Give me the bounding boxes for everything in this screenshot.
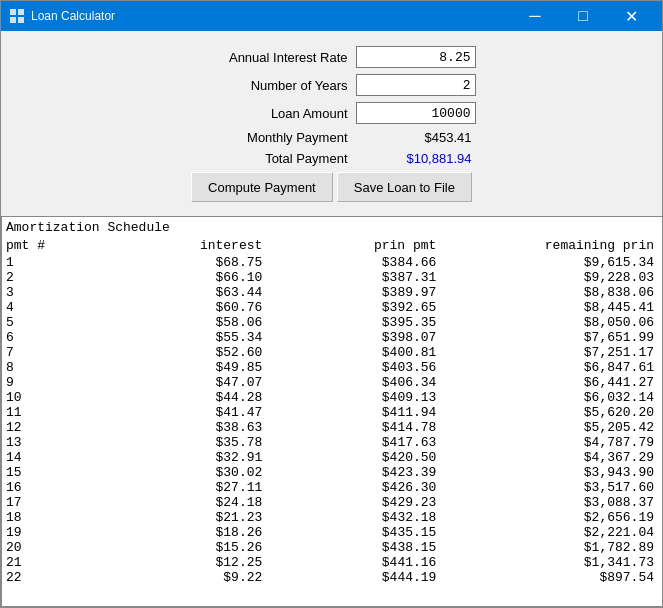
table-cell: $5,205.42 — [444, 420, 662, 435]
table-cell: $414.78 — [270, 420, 444, 435]
table-cell: $411.94 — [270, 405, 444, 420]
table-cell: $444.19 — [270, 570, 444, 585]
schedule-title: Amortization Schedule — [2, 217, 662, 236]
table-cell: $66.10 — [82, 270, 271, 285]
monthly-payment-label: Monthly Payment — [188, 130, 348, 145]
table-cell: 17 — [2, 495, 82, 510]
form-section: Annual Interest Rate Number of Years Loa… — [1, 31, 662, 216]
annual-interest-rate-input[interactable] — [356, 46, 476, 68]
amortization-table-container[interactable]: Amortization Schedule pmt # interest pri… — [1, 216, 662, 607]
table-cell: $3,517.60 — [444, 480, 662, 495]
table-cell: 13 — [2, 435, 82, 450]
table-cell: $58.06 — [82, 315, 271, 330]
table-cell: $41.47 — [82, 405, 271, 420]
table-cell: 19 — [2, 525, 82, 540]
loan-amount-label: Loan Amount — [188, 106, 348, 121]
header-prin-pmt: prin pmt — [270, 236, 444, 255]
table-cell: $435.15 — [270, 525, 444, 540]
table-cell: $9,615.34 — [444, 255, 662, 270]
table-cell: $429.23 — [270, 495, 444, 510]
table-header-row: pmt # interest prin pmt remaining prin — [2, 236, 662, 255]
table-cell: $38.63 — [82, 420, 271, 435]
content-area: Annual Interest Rate Number of Years Loa… — [1, 31, 662, 607]
table-cell: $12.25 — [82, 555, 271, 570]
table-cell: $2,656.19 — [444, 510, 662, 525]
table-cell: $3,943.90 — [444, 465, 662, 480]
table-cell: $395.35 — [270, 315, 444, 330]
loan-amount-row: Loan Amount — [21, 102, 642, 124]
table-cell: $47.07 — [82, 375, 271, 390]
table-cell: 14 — [2, 450, 82, 465]
table-cell: $9,228.03 — [444, 270, 662, 285]
table-row: 18$21.23$432.18$2,656.19 — [2, 510, 662, 525]
annual-interest-rate-label: Annual Interest Rate — [188, 50, 348, 65]
table-cell: $7,651.99 — [444, 330, 662, 345]
table-cell: $6,847.61 — [444, 360, 662, 375]
table-cell: $8,050.06 — [444, 315, 662, 330]
button-row: Compute Payment Save Loan to File — [21, 172, 642, 202]
table-cell: $409.13 — [270, 390, 444, 405]
table-cell: $392.65 — [270, 300, 444, 315]
table-row: 19$18.26$435.15$2,221.04 — [2, 525, 662, 540]
table-row: 10$44.28$409.13$6,032.14 — [2, 390, 662, 405]
table-row: 15$30.02$423.39$3,943.90 — [2, 465, 662, 480]
table-cell: $35.78 — [82, 435, 271, 450]
table-cell: $400.81 — [270, 345, 444, 360]
table-cell: $7,251.17 — [444, 345, 662, 360]
table-row: 9$47.07$406.34$6,441.27 — [2, 375, 662, 390]
header-pmt: pmt # — [2, 236, 82, 255]
svg-rect-0 — [10, 9, 16, 15]
table-cell: 4 — [2, 300, 82, 315]
table-row: 11$41.47$411.94$5,620.20 — [2, 405, 662, 420]
table-row: 20$15.26$438.15$1,782.89 — [2, 540, 662, 555]
number-of-years-input[interactable] — [356, 74, 476, 96]
save-loan-button[interactable]: Save Loan to File — [337, 172, 472, 202]
table-cell: $21.23 — [82, 510, 271, 525]
table-cell: $897.54 — [444, 570, 662, 585]
table-cell: $52.60 — [82, 345, 271, 360]
total-payment-value: $10,881.94 — [356, 151, 476, 166]
svg-rect-2 — [10, 17, 16, 23]
monthly-payment-row: Monthly Payment $453.41 — [21, 130, 642, 145]
annual-interest-rate-row: Annual Interest Rate — [21, 46, 642, 68]
window-controls: ─ □ ✕ — [512, 1, 654, 31]
table-row: 16$27.11$426.30$3,517.60 — [2, 480, 662, 495]
table-cell: $24.18 — [82, 495, 271, 510]
table-cell: $32.91 — [82, 450, 271, 465]
loan-amount-input[interactable] — [356, 102, 476, 124]
table-cell: $432.18 — [270, 510, 444, 525]
table-cell: $438.15 — [270, 540, 444, 555]
table-cell: $4,787.79 — [444, 435, 662, 450]
table-cell: 22 — [2, 570, 82, 585]
table-cell: 8 — [2, 360, 82, 375]
table-row: 1$68.75$384.66$9,615.34 — [2, 255, 662, 270]
table-cell: $6,441.27 — [444, 375, 662, 390]
total-payment-row: Total Payment $10,881.94 — [21, 151, 642, 166]
total-payment-label: Total Payment — [188, 151, 348, 166]
table-cell: $9.22 — [82, 570, 271, 585]
window-title: Loan Calculator — [31, 9, 512, 23]
table-row: 17$24.18$429.23$3,088.37 — [2, 495, 662, 510]
app-icon — [9, 8, 25, 24]
table-cell: $384.66 — [270, 255, 444, 270]
header-interest: interest — [82, 236, 271, 255]
table-row: 5$58.06$395.35$8,050.06 — [2, 315, 662, 330]
close-button[interactable]: ✕ — [608, 1, 654, 31]
table-cell: 10 — [2, 390, 82, 405]
table-cell: 9 — [2, 375, 82, 390]
table-row: 4$60.76$392.65$8,445.41 — [2, 300, 662, 315]
table-cell: 16 — [2, 480, 82, 495]
table-cell: $387.31 — [270, 270, 444, 285]
amortization-table: pmt # interest prin pmt remaining prin 1… — [2, 236, 662, 585]
table-cell: 6 — [2, 330, 82, 345]
table-cell: 18 — [2, 510, 82, 525]
table-cell: 2 — [2, 270, 82, 285]
maximize-button[interactable]: □ — [560, 1, 606, 31]
table-cell: $55.34 — [82, 330, 271, 345]
table-cell: 21 — [2, 555, 82, 570]
table-cell: $6,032.14 — [444, 390, 662, 405]
compute-payment-button[interactable]: Compute Payment — [191, 172, 333, 202]
table-cell: 5 — [2, 315, 82, 330]
table-cell: 1 — [2, 255, 82, 270]
minimize-button[interactable]: ─ — [512, 1, 558, 31]
